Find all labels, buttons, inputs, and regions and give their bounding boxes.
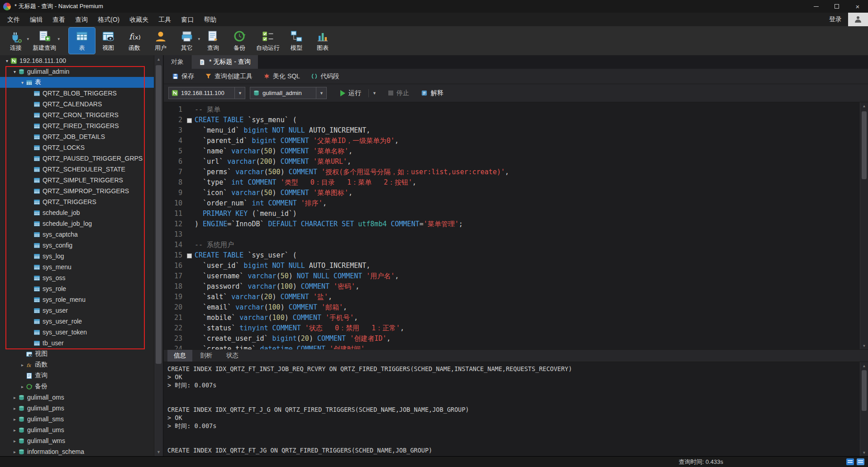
tree-item[interactable]: sys_user_token	[0, 327, 154, 338]
editor-view-toggle-icon[interactable]	[857, 458, 864, 465]
sidebar-scrollbar-thumb[interactable]	[156, 65, 162, 364]
toolbar-button-table[interactable]: 表	[69, 28, 95, 54]
scroll-up-icon[interactable]: ▲	[860, 362, 868, 369]
toolbar-button-function[interactable]: f(x)函数	[121, 28, 148, 54]
menu-item[interactable]: 工具	[153, 13, 176, 26]
code-line[interactable]: 16 `user_id` bigint NOT NULL AUTO_INCREM…	[164, 261, 868, 271]
code-line[interactable]: 22 `status` tinyint COMMENT '状态 0：禁用 1：正…	[164, 323, 868, 334]
result-tab-信息[interactable]: 信息	[167, 350, 192, 362]
code-line[interactable]: 11 PRIMARY KEY (`menu_id`)	[164, 209, 868, 219]
tree-expand-icon[interactable]: ▸	[11, 449, 18, 454]
account-button[interactable]	[848, 13, 868, 26]
code-line[interactable]: 5 `name` varchar(50) COMMENT '菜单名称',	[164, 146, 868, 157]
menu-item[interactable]: 文件	[2, 13, 25, 26]
tab-query-editor[interactable]: * 无标题 - 查询	[191, 55, 258, 69]
toolbar-button-backup[interactable]: 备份	[226, 28, 253, 54]
tree-item[interactable]: QRTZ_TRIGGERS	[0, 196, 154, 207]
tree-item[interactable]: sys_user_role	[0, 316, 154, 327]
toolbar-button-query[interactable]: 查询	[200, 28, 226, 54]
code-line[interactable]: 24 `create_time` datetime COMMENT '创建时间'…	[164, 344, 868, 349]
beautify-sql-button[interactable]: 美化 SQL	[259, 71, 305, 82]
toolbar-button-connection[interactable]: 连接▾	[3, 28, 29, 54]
toolbar-button-chart[interactable]: 图表	[310, 28, 336, 54]
result-view-toggle-icon[interactable]	[846, 458, 854, 465]
tree-item[interactable]: 查询	[0, 370, 154, 381]
toolbar-button-automation[interactable]: 自动运行	[253, 28, 283, 54]
toolbar-button-model[interactable]: 模型	[283, 28, 310, 54]
toolbar-button-user[interactable]: 用户	[148, 28, 174, 54]
tree-item[interactable]: QRTZ_SIMPLE_TRIGGERS	[0, 175, 154, 186]
code-line[interactable]: 17 `username` varchar(50) NOT NULL COMME…	[164, 271, 868, 281]
tree-item[interactable]: sys_captcha	[0, 229, 154, 240]
sidebar-scrollbar[interactable]: ▲ ▼	[154, 55, 163, 456]
code-line[interactable]: 6 `url` varchar(200) COMMENT '菜单URL',	[164, 157, 868, 167]
editor-scrollbar[interactable]: ▲ ▼	[860, 102, 868, 349]
code-line[interactable]: 13	[164, 229, 868, 240]
fold-marker[interactable]	[185, 250, 195, 261]
scroll-down-icon[interactable]: ▼	[860, 449, 868, 456]
tree-item[interactable]: tb_user	[0, 338, 154, 348]
sql-editor[interactable]: 1-- 菜单2CREATE TABLE `sys_menu` (3 `menu_…	[164, 102, 868, 349]
tree-item[interactable]: ▸gulimall_pms	[0, 403, 154, 414]
database-select[interactable]: gulimall_admin ▼	[250, 87, 327, 99]
tree-item[interactable]: ▾192.168.111.100	[0, 55, 154, 66]
tree-item[interactable]: schedule_job_log	[0, 218, 154, 229]
fold-marker[interactable]	[185, 115, 195, 125]
tree-item[interactable]: ▸gulimall_oms	[0, 392, 154, 403]
tree-item[interactable]: sys_user	[0, 305, 154, 316]
tree-expand-icon[interactable]: ▸	[11, 395, 18, 400]
tree-expand-icon[interactable]: ▸	[11, 438, 18, 443]
menu-item[interactable]: 收藏夹	[124, 13, 153, 26]
result-tab-剖析[interactable]: 剖析	[194, 350, 219, 362]
login-button[interactable]: 登录	[829, 15, 842, 24]
tree-item[interactable]: ▸gulimall_wms	[0, 435, 154, 446]
tree-item[interactable]: 视图	[0, 348, 154, 359]
tree-item[interactable]: schedule_job	[0, 207, 154, 218]
tree-item[interactable]: QRTZ_SIMPROP_TRIGGERS	[0, 186, 154, 196]
stop-button[interactable]: 停止	[385, 89, 413, 97]
run-dropdown-button[interactable]: ▼	[368, 89, 380, 97]
tree-expand-icon[interactable]: ▸	[19, 384, 26, 389]
server-select[interactable]: 192.168.111.100 ▼	[168, 87, 245, 99]
code-line[interactable]: 3 `menu_id` bigint NOT NULL AUTO_INCREME…	[164, 125, 868, 136]
menu-item[interactable]: 帮助	[199, 13, 221, 26]
tree-item[interactable]: ▸备份	[0, 381, 154, 392]
menu-item[interactable]: 查看	[48, 13, 70, 26]
code-line[interactable]: 23 `create_user_id` bigint(20) COMMENT '…	[164, 334, 868, 344]
tree-expand-icon[interactable]: ▸	[19, 362, 26, 367]
tree-item[interactable]: ▸gulimall_ums	[0, 424, 154, 435]
code-line[interactable]: 12) ENGINE=`InnoDB` DEFAULT CHARACTER SE…	[164, 219, 868, 229]
tree-item[interactable]: QRTZ_FIRED_TRIGGERS	[0, 120, 154, 131]
tree-item[interactable]: sys_config	[0, 240, 154, 251]
tree-item[interactable]: ▾表	[0, 77, 154, 88]
explain-button[interactable]: 解释	[417, 89, 447, 97]
menu-item[interactable]: 格式(O)	[93, 13, 124, 26]
code-line[interactable]: 1-- 菜单	[164, 105, 868, 115]
tree-item[interactable]: sys_role_menu	[0, 294, 154, 305]
toolbar-button-new-query[interactable]: 新建查询▾	[29, 28, 60, 54]
tree-item[interactable]: ▸gulimall_sms	[0, 414, 154, 424]
code-snippet-button[interactable]: 代码段	[306, 71, 344, 82]
tree-expand-icon[interactable]: ▸	[11, 417, 18, 422]
toolbar-button-view[interactable]: 视图	[95, 28, 121, 54]
tree-collapse-icon[interactable]: ▾	[19, 80, 26, 85]
tree-item[interactable]: QRTZ_CALENDARS	[0, 99, 154, 110]
tree-item[interactable]: ▸fx函数	[0, 359, 154, 370]
menu-item[interactable]: 窗口	[176, 13, 199, 26]
tree-item[interactable]: ▾gulimall_admin	[0, 66, 154, 77]
minimize-button[interactable]	[806, 0, 826, 13]
tab-objects[interactable]: 对象	[164, 55, 191, 69]
tree-collapse-icon[interactable]: ▾	[4, 58, 10, 63]
code-line[interactable]: 7 `perms` varchar(500) COMMENT '授权(多个用逗号…	[164, 167, 868, 177]
tree-item[interactable]: sys_log	[0, 251, 154, 262]
scroll-up-icon[interactable]: ▲	[154, 55, 163, 63]
toolbar-button-others[interactable]: 其它▾	[174, 28, 200, 54]
code-line[interactable]: 2CREATE TABLE `sys_menu` (	[164, 115, 868, 125]
editor-scrollbar-thumb[interactable]	[862, 111, 867, 179]
tree-item[interactable]: QRTZ_JOB_DETAILS	[0, 131, 154, 142]
output-scrollbar-thumb[interactable]	[862, 370, 867, 411]
tree-item[interactable]: sys_role	[0, 283, 154, 294]
code-line[interactable]: 21 `mobile` varchar(100) COMMENT '手机号',	[164, 313, 868, 323]
code-line[interactable]: 10 `order_num` int COMMENT '排序',	[164, 198, 868, 209]
menu-item[interactable]: 编辑	[25, 13, 48, 26]
